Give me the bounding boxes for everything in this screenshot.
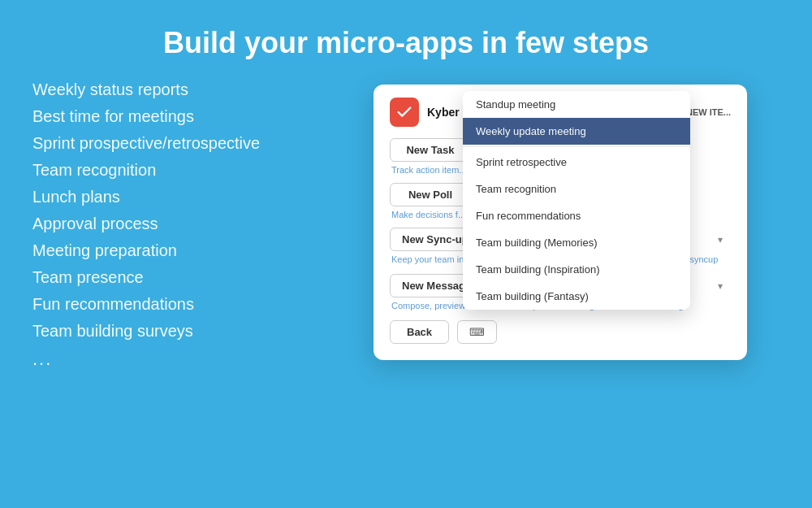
list-item: Meeting preparation bbox=[32, 237, 341, 264]
keyboard-icon-button[interactable]: ⌨ bbox=[457, 320, 497, 344]
kyber-app-icon bbox=[390, 98, 419, 127]
dropdown-item[interactable]: Standup meeting bbox=[463, 91, 690, 118]
back-button[interactable]: Back bbox=[390, 320, 449, 344]
dropdown-item[interactable]: Team building (Fantasy) bbox=[463, 283, 690, 310]
list-item: ... bbox=[32, 345, 341, 374]
dropdown-item[interactable]: Team building (Memories) bbox=[463, 229, 690, 256]
dropdown-item[interactable]: Team building (Inspiration) bbox=[463, 256, 690, 283]
dropdown-item[interactable]: Sprint retrospective bbox=[463, 149, 690, 176]
list-item: Approval process bbox=[32, 211, 341, 237]
dropdown-item[interactable]: Fun recommendations bbox=[463, 202, 690, 229]
page-title: Build your micro-apps in few steps bbox=[0, 0, 812, 76]
bottom-row: Back ⌨ bbox=[390, 320, 731, 344]
list-item: Lunch plans bbox=[32, 184, 341, 211]
list-item: Weekly status reports bbox=[32, 76, 341, 103]
micro-app-dropdown[interactable]: Standup meetingWeekly update meetingSpri… bbox=[463, 91, 690, 310]
dropdown-item[interactable]: Weekly update meeting bbox=[463, 118, 690, 145]
list-item: Fun recommendations bbox=[32, 291, 341, 318]
feature-list: Weekly status reportsBest time for meeti… bbox=[32, 76, 341, 374]
list-item: Best time for meetings bbox=[32, 103, 341, 130]
list-item: Sprint prospective/retrospective bbox=[32, 130, 341, 157]
list-item: Team building surveys bbox=[32, 318, 341, 345]
dropdown-item[interactable]: Team recognition bbox=[463, 176, 690, 202]
app-demo-panel: Kyber APP 5:41 ADD NEW ITE... New Task T… bbox=[374, 76, 780, 374]
list-item: Team presence bbox=[32, 264, 341, 291]
new-task-button[interactable]: New Task bbox=[390, 138, 471, 162]
app-name: Kyber bbox=[427, 106, 460, 119]
list-item: Team recognition bbox=[32, 157, 341, 184]
new-poll-button[interactable]: New Poll bbox=[390, 183, 471, 206]
